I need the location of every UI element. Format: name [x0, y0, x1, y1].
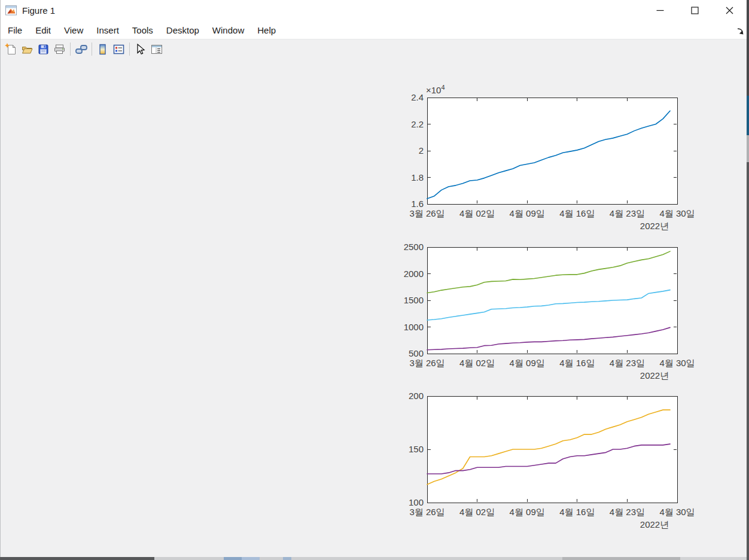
svg-text:4월 09일: 4월 09일 — [510, 507, 545, 517]
svg-text:×104: ×104 — [426, 84, 445, 95]
new-figure-button[interactable] — [3, 41, 19, 57]
svg-text:4월 23일: 4월 23일 — [610, 208, 645, 218]
edit-plot-button[interactable] — [132, 41, 148, 57]
svg-text:3월 26일: 3월 26일 — [409, 208, 444, 218]
toolbar-separator — [92, 42, 92, 56]
svg-text:2.4: 2.4 — [411, 92, 424, 102]
svg-text:1.8: 1.8 — [411, 172, 424, 182]
menubar: File Edit View Insert Tools Desktop Wind… — [1, 21, 747, 39]
link-plot-button[interactable] — [73, 41, 89, 57]
menu-help[interactable]: Help — [251, 23, 282, 38]
cursor-arrow-icon — [134, 43, 147, 56]
chart-top-line-plot: 1.61.822.22.43월 26일4월 02일4월 09일4월 16일4월 … — [395, 78, 713, 229]
minimize-icon — [656, 7, 664, 14]
menu-view[interactable]: View — [57, 23, 90, 38]
colorbar-icon — [96, 43, 109, 56]
dock-arrow-icon — [736, 27, 745, 36]
menu-tools[interactable]: Tools — [126, 23, 160, 38]
matlab-figure-icon — [5, 5, 17, 16]
figure-canvas: 1.61.822.22.43월 26일4월 02일4월 09일4월 16일4월 … — [1, 59, 747, 557]
matlab-figure-window: Figure 1 File Edit View Insert Tools Des… — [0, 0, 747, 557]
insert-colorbar-button[interactable] — [95, 41, 111, 57]
svg-text:1500: 1500 — [404, 295, 424, 305]
printer-icon — [53, 43, 66, 56]
maximize-icon — [691, 7, 699, 14]
svg-text:2022년: 2022년 — [640, 519, 669, 529]
save-figure-button[interactable] — [35, 41, 51, 57]
svg-text:100: 100 — [409, 497, 424, 507]
svg-text:2000: 2000 — [404, 269, 424, 279]
svg-text:4월 09일: 4월 09일 — [510, 208, 545, 218]
menu-window[interactable]: Window — [206, 23, 251, 38]
dock-figure-button[interactable] — [735, 26, 745, 36]
svg-text:500: 500 — [409, 348, 424, 358]
link-icon — [75, 43, 88, 56]
svg-text:4월 02일: 4월 02일 — [459, 358, 495, 368]
menu-insert[interactable]: Insert — [90, 23, 126, 38]
svg-text:4월 16일: 4월 16일 — [559, 358, 595, 368]
legend-icon — [112, 43, 125, 56]
svg-text:4월 09일: 4월 09일 — [510, 358, 545, 368]
open-file-button[interactable] — [19, 41, 35, 57]
background-scrollbar-thumb — [747, 96, 749, 135]
window-controls — [643, 0, 747, 21]
open-folder-icon — [21, 43, 34, 56]
svg-text:4월 30일: 4월 30일 — [659, 507, 695, 517]
minimize-button[interactable] — [643, 0, 677, 21]
svg-text:3월 26일: 3월 26일 — [409, 358, 444, 368]
svg-text:4월 30일: 4월 30일 — [659, 358, 695, 368]
svg-text:4월 23일: 4월 23일 — [610, 507, 645, 517]
chart-bottom-line-plot: 1001502003월 26일4월 02일4월 09일4월 16일4월 23일4… — [395, 376, 713, 527]
svg-text:200: 200 — [409, 391, 424, 401]
toolbar-separator — [129, 42, 130, 56]
save-floppy-icon — [37, 43, 50, 56]
close-icon — [726, 7, 733, 14]
titlebar: Figure 1 — [1, 0, 747, 21]
menu-file[interactable]: File — [1, 23, 29, 38]
background-window-bottom-sliver: 2000 — [0, 557, 749, 560]
svg-text:4월 16일: 4월 16일 — [559, 208, 595, 218]
plot-browser-button[interactable] — [148, 41, 165, 57]
svg-text:4월 02일: 4월 02일 — [459, 507, 495, 517]
insert-legend-button[interactable] — [111, 41, 127, 57]
window-title: Figure 1 — [22, 5, 55, 16]
svg-text:2.2: 2.2 — [411, 119, 424, 129]
svg-text:4월 16일: 4월 16일 — [559, 507, 595, 517]
svg-text:150: 150 — [409, 444, 424, 454]
svg-text:3월 26일: 3월 26일 — [409, 507, 444, 517]
svg-text:4월 23일: 4월 23일 — [610, 358, 645, 368]
svg-text:1.6: 1.6 — [411, 199, 424, 209]
figure-toolbar — [1, 39, 747, 59]
menu-desktop[interactable]: Desktop — [160, 23, 206, 38]
background-window-right-sliver — [747, 0, 749, 560]
svg-text:1000: 1000 — [404, 322, 424, 332]
maximize-button[interactable] — [677, 0, 712, 21]
toolbar-separator — [70, 42, 71, 56]
svg-text:2500: 2500 — [404, 242, 424, 252]
chart-middle-line-plot: 50010001500200025003월 26일4월 02일4월 09일4월 … — [395, 227, 713, 378]
close-button[interactable] — [712, 0, 747, 21]
new-document-icon — [5, 43, 17, 56]
menu-edit[interactable]: Edit — [29, 23, 57, 38]
print-figure-button[interactable] — [51, 41, 68, 57]
plot-browser-icon — [150, 43, 163, 56]
svg-text:2: 2 — [419, 145, 424, 156]
svg-text:4월 30일: 4월 30일 — [659, 208, 695, 218]
svg-text:4월 02일: 4월 02일 — [459, 208, 495, 218]
